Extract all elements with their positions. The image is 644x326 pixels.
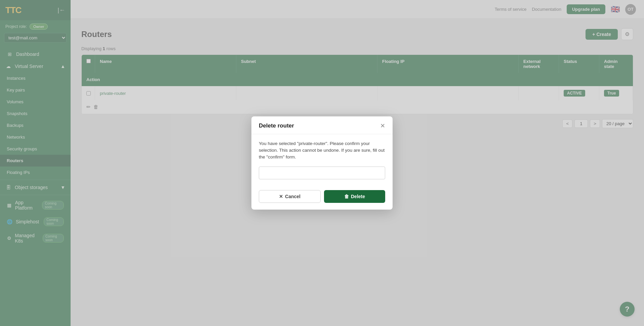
modal-footer: ✕ Cancel 🗑 Delete (251, 190, 393, 210)
cancel-label: Cancel (285, 194, 300, 199)
delete-label: Delete (351, 194, 365, 199)
modal-overlay: Delete router ✕ You have selected "priva… (0, 0, 644, 326)
cancel-x-icon: ✕ (279, 194, 283, 199)
delete-trash-icon: 🗑 (344, 194, 349, 199)
modal-header: Delete router ✕ (251, 116, 393, 134)
delete-button[interactable]: 🗑 Delete (324, 190, 385, 203)
cancel-button[interactable]: ✕ Cancel (259, 190, 321, 203)
modal-title: Delete router (259, 122, 294, 129)
modal-close-button[interactable]: ✕ (380, 123, 385, 129)
delete-router-modal: Delete router ✕ You have selected "priva… (251, 116, 393, 210)
modal-description: You have selected "private-router". Plea… (259, 140, 385, 161)
confirm-input[interactable] (259, 167, 385, 179)
modal-body: You have selected "private-router". Plea… (251, 134, 393, 190)
